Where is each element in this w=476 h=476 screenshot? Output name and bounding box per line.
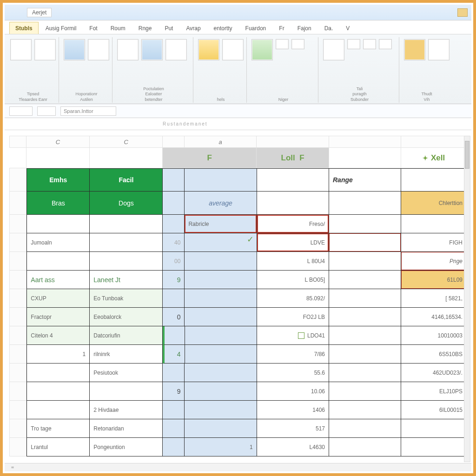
cell[interactable]: ELJ10PS: [401, 382, 467, 401]
cell[interactable]: 9: [163, 382, 185, 401]
cell[interactable]: [329, 271, 401, 289]
row-header[interactable]: [9, 364, 26, 382]
ribbon-tab[interactable]: entortty: [208, 22, 238, 34]
cell[interactable]: [329, 438, 401, 456]
cell[interactable]: [26, 252, 90, 271]
cell[interactable]: [163, 438, 185, 456]
cell[interactable]: [257, 192, 329, 215]
row-header[interactable]: [9, 382, 26, 401]
cell[interactable]: L4630: [257, 438, 329, 456]
cell[interactable]: [185, 289, 257, 308]
cell[interactable]: Loll F: [257, 148, 329, 168]
cell[interactable]: 517: [257, 419, 329, 438]
cell[interactable]: L 80U4: [257, 252, 329, 271]
vertical-scrollbar[interactable]: [464, 136, 470, 462]
formula-box[interactable]: Sparan.Inttor: [60, 106, 116, 116]
ribbon-button-icon[interactable]: [363, 39, 376, 49]
cell[interactable]: [185, 382, 257, 401]
column-header[interactable]: C: [90, 136, 163, 148]
cell[interactable]: [185, 326, 257, 345]
ribbon-button-icon[interactable]: [428, 39, 450, 60]
cell[interactable]: 462UD023/.: [401, 364, 467, 382]
cell[interactable]: LDVE: [257, 233, 329, 252]
ribbon-button-icon[interactable]: [117, 39, 139, 60]
cell[interactable]: 10.06: [257, 382, 329, 401]
column-header[interactable]: [163, 136, 185, 148]
ribbon-button-icon[interactable]: [323, 39, 344, 60]
cell[interactable]: [185, 364, 257, 382]
cell[interactable]: [329, 233, 401, 252]
cell[interactable]: [185, 252, 257, 271]
ribbon-tab[interactable]: Da.: [318, 22, 339, 34]
cell[interactable]: Freso/: [257, 215, 329, 233]
cell[interactable]: [163, 192, 185, 215]
cell[interactable]: [90, 233, 163, 252]
cell[interactable]: [90, 215, 163, 233]
ribbon-button-icon[interactable]: [251, 39, 273, 60]
row-header[interactable]: [9, 345, 26, 364]
cell[interactable]: Chlerttion: [401, 192, 467, 215]
cell[interactable]: [185, 419, 257, 438]
row-header[interactable]: [9, 148, 26, 168]
cell[interactable]: 2 Hivdaae: [90, 401, 163, 419]
ribbon-button-icon[interactable]: [88, 39, 109, 60]
ribbon-button-icon[interactable]: [222, 39, 244, 60]
ribbon-tab[interactable]: Fot: [83, 22, 103, 34]
cell[interactable]: FIGH: [401, 233, 467, 252]
row-header[interactable]: [9, 215, 26, 233]
cell[interactable]: [26, 148, 90, 168]
ribbon-tab-active[interactable]: Stubls: [9, 22, 39, 34]
cell[interactable]: [329, 345, 401, 364]
ribbon-button-icon[interactable]: [10, 39, 32, 60]
column-header[interactable]: a: [185, 136, 257, 148]
ribbon-tab[interactable]: Fuardon: [239, 22, 272, 34]
cell[interactable]: 61L09: [401, 271, 467, 289]
cell[interactable]: L BO05]: [257, 271, 329, 289]
table-header[interactable]: Emhs: [26, 168, 90, 192]
cell[interactable]: [329, 252, 401, 271]
cell[interactable]: 7/86: [257, 345, 329, 364]
ribbon-button-icon[interactable]: [276, 39, 289, 49]
worksheet[interactable]: C C a F Loll F ✦ Xell Emhs Facil: [9, 136, 467, 462]
cell[interactable]: Lrantul: [26, 438, 90, 456]
cell[interactable]: 55.6: [257, 364, 329, 382]
cell[interactable]: ✦ Xell: [401, 148, 467, 168]
cell[interactable]: [163, 168, 185, 192]
row-header[interactable]: [9, 438, 26, 456]
cell[interactable]: Eo Tunboak: [90, 289, 163, 308]
cell[interactable]: [185, 271, 257, 289]
cell[interactable]: [163, 419, 185, 438]
cell[interactable]: [185, 308, 257, 326]
cell[interactable]: ✓: [185, 233, 257, 252]
name-box[interactable]: [9, 106, 33, 116]
table-header[interactable]: Dogs: [90, 192, 163, 215]
cell[interactable]: [329, 215, 401, 233]
ribbon-button-icon[interactable]: [198, 39, 219, 60]
cell[interactable]: [329, 308, 401, 326]
cell[interactable]: Eeobalorck: [90, 308, 163, 326]
ribbon-tab[interactable]: Roum: [105, 22, 132, 34]
cell[interactable]: Laneet Jt: [90, 271, 163, 289]
cell[interactable]: 4146,16534.: [401, 308, 467, 326]
row-header[interactable]: [9, 419, 26, 438]
cell[interactable]: FO2J LB: [257, 308, 329, 326]
cell[interactable]: [26, 401, 90, 419]
cell[interactable]: Jumoaln: [26, 233, 90, 252]
ribbon-button-icon[interactable]: [404, 39, 425, 60]
cell[interactable]: 0: [163, 308, 185, 326]
ribbon-button-icon[interactable]: [347, 39, 360, 49]
row-header[interactable]: [9, 271, 26, 289]
column-header[interactable]: [329, 136, 401, 148]
cell[interactable]: [329, 148, 401, 168]
cell[interactable]: [163, 326, 185, 345]
ribbon-button-icon[interactable]: [64, 39, 85, 60]
cell[interactable]: [329, 401, 401, 419]
scrollbar-thumb[interactable]: [465, 141, 469, 169]
cell[interactable]: [329, 364, 401, 382]
cell[interactable]: 9: [163, 271, 185, 289]
cell[interactable]: 1406: [257, 401, 329, 419]
ribbon-button-icon[interactable]: [34, 39, 56, 60]
row-header[interactable]: [9, 308, 26, 326]
cell[interactable]: [163, 215, 185, 233]
cell[interactable]: [90, 148, 163, 168]
